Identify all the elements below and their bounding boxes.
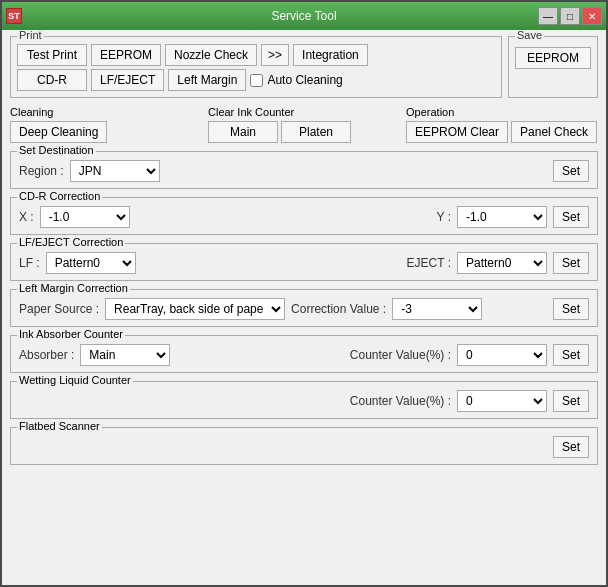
cdr-set-button[interactable]: Set (553, 206, 589, 228)
eject-select[interactable]: Pattern0Pattern1Pattern2 (457, 252, 547, 274)
panel-check-button[interactable]: Panel Check (511, 121, 597, 143)
wetting-counter-label: Counter Value(%) : (350, 394, 451, 408)
eject-label: EJECT : (407, 256, 451, 270)
print-row1: Test Print EEPROM Nozzle Check >> Integr… (17, 44, 495, 66)
lf-select[interactable]: Pattern0Pattern1Pattern2 (46, 252, 136, 274)
wetting-liquid-section: Wetting Liquid Counter Counter Value(%) … (10, 381, 598, 419)
set-destination-label: Set Destination (17, 144, 96, 156)
flatbed-scanner-row: Set (19, 436, 589, 458)
arrow-button[interactable]: >> (261, 44, 289, 66)
save-btn-row: EEPROM (515, 47, 591, 69)
lfeject-set-button[interactable]: Set (553, 252, 589, 274)
set-destination-row: Region : JPNUSAEURAUS Set (19, 160, 589, 182)
wetting-liquid-label: Wetting Liquid Counter (17, 374, 133, 386)
wetting-counter-select[interactable]: 0102050100 (457, 390, 547, 412)
app-icon: ST (6, 8, 22, 24)
eeprom-print-button[interactable]: EEPROM (91, 44, 161, 66)
correction-value-label: Correction Value : (291, 302, 386, 316)
left-margin-button[interactable]: Left Margin (168, 69, 246, 91)
y-select[interactable]: -1.0-0.50.00.51.0 (457, 206, 547, 228)
auto-cleaning-label: Auto Cleaning (267, 73, 342, 87)
absorber-label: Absorber : (19, 348, 74, 362)
test-print-button[interactable]: Test Print (17, 44, 87, 66)
operation-section: Operation EEPROM Clear Panel Check (406, 106, 598, 143)
main-clear-button[interactable]: Main (208, 121, 278, 143)
window-title: Service Tool (271, 9, 336, 23)
y-label: Y : (437, 210, 451, 224)
flatbed-scanner-label: Flatbed Scanner (17, 420, 102, 432)
left-margin-section: Left Margin Correction Paper Source : Re… (10, 289, 598, 327)
left-margin-set-button[interactable]: Set (553, 298, 589, 320)
eeprom-clear-button[interactable]: EEPROM Clear (406, 121, 508, 143)
top-area: Print Test Print EEPROM Nozzle Check >> … (10, 36, 598, 98)
maximize-button[interactable]: □ (560, 7, 580, 25)
set-destination-section: Set Destination Region : JPNUSAEURAUS Se… (10, 151, 598, 189)
operation-label: Operation (406, 106, 598, 118)
operation-btns: EEPROM Clear Panel Check (406, 121, 598, 143)
paper-source-label: Paper Source : (19, 302, 99, 316)
lfeject-correction-label: LF/EJECT Correction (17, 236, 125, 248)
clear-ink-section: Clear Ink Counter Main Platen (208, 106, 400, 143)
minimize-button[interactable]: — (538, 7, 558, 25)
absorber-select[interactable]: MainSub (80, 344, 170, 366)
nozzle-check-button[interactable]: Nozzle Check (165, 44, 257, 66)
print-section: Print Test Print EEPROM Nozzle Check >> … (10, 36, 502, 98)
titlebar: ST Service Tool — □ ✕ (2, 2, 606, 30)
cdr-correction-row: X : -1.0-0.50.00.51.0 Y : -1.0-0.50.00.5… (19, 206, 589, 228)
x-select[interactable]: -1.0-0.50.00.51.0 (40, 206, 130, 228)
main-window: ST Service Tool — □ ✕ Print Test Print E… (0, 0, 608, 587)
left-margin-label: Left Margin Correction (17, 282, 130, 294)
cdr-correction-section: CD-R Correction X : -1.0-0.50.00.51.0 Y … (10, 197, 598, 235)
middle-sections: Cleaning Deep Cleaning Clear Ink Counter… (10, 106, 598, 143)
region-select[interactable]: JPNUSAEURAUS (70, 160, 160, 182)
ink-absorber-set-button[interactable]: Set (553, 344, 589, 366)
save-eeprom-button[interactable]: EEPROM (515, 47, 591, 69)
flatbed-scanner-section: Flatbed Scanner Set (10, 427, 598, 465)
clear-ink-label: Clear Ink Counter (208, 106, 400, 118)
ink-absorber-label: Ink Absorber Counter (17, 328, 125, 340)
clear-ink-btns: Main Platen (208, 121, 400, 143)
ink-absorber-section: Ink Absorber Counter Absorber : MainSub … (10, 335, 598, 373)
wetting-liquid-row: Counter Value(%) : 0102050100 Set (19, 390, 589, 412)
region-label: Region : (19, 164, 64, 178)
wetting-set-button[interactable]: Set (553, 390, 589, 412)
lfeject-correction-row: LF : Pattern0Pattern1Pattern2 EJECT : Pa… (19, 252, 589, 274)
x-label: X : (19, 210, 34, 224)
main-content: Print Test Print EEPROM Nozzle Check >> … (2, 30, 606, 585)
ink-absorber-row: Absorber : MainSub Counter Value(%) : 01… (19, 344, 589, 366)
set-destination-button[interactable]: Set (553, 160, 589, 182)
integration-button[interactable]: Integration (293, 44, 368, 66)
lfeject-correction-section: LF/EJECT Correction LF : Pattern0Pattern… (10, 243, 598, 281)
paper-source-select[interactable]: RearTray, back side of paperFrontTrayCas… (105, 298, 285, 320)
cleaning-section: Cleaning Deep Cleaning (10, 106, 202, 143)
ink-counter-label: Counter Value(%) : (350, 348, 451, 362)
auto-cleaning-checkbox-row: Auto Cleaning (250, 73, 342, 87)
lf-label: LF : (19, 256, 40, 270)
close-button[interactable]: ✕ (582, 7, 602, 25)
print-row2: CD-R LF/EJECT Left Margin Auto Cleaning (17, 69, 495, 91)
print-label: Print (17, 30, 44, 41)
window-controls: — □ ✕ (538, 7, 602, 25)
auto-cleaning-checkbox[interactable] (250, 74, 263, 87)
ink-counter-select[interactable]: 0102050100 (457, 344, 547, 366)
cdr-correction-label: CD-R Correction (17, 190, 102, 202)
platen-clear-button[interactable]: Platen (281, 121, 351, 143)
save-label: Save (515, 30, 544, 41)
cdr-button[interactable]: CD-R (17, 69, 87, 91)
lfeject-button[interactable]: LF/EJECT (91, 69, 164, 91)
cleaning-label: Cleaning (10, 106, 202, 118)
cleaning-btns: Deep Cleaning (10, 121, 202, 143)
deep-cleaning-button[interactable]: Deep Cleaning (10, 121, 107, 143)
save-section: Save EEPROM (508, 36, 598, 98)
titlebar-left: ST (6, 8, 22, 24)
flatbed-set-button[interactable]: Set (553, 436, 589, 458)
correction-value-select[interactable]: -3-2-10123 (392, 298, 482, 320)
left-margin-row: Paper Source : RearTray, back side of pa… (19, 298, 589, 320)
